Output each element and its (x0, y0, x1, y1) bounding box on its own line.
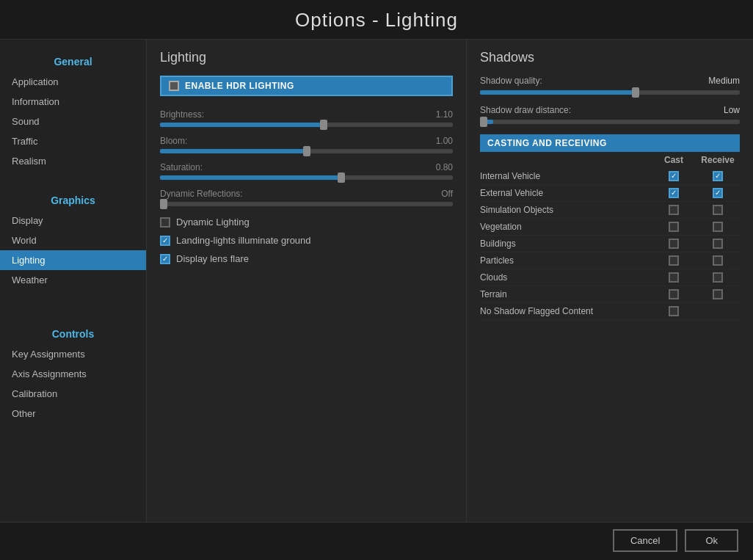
shadow-distance-label: Shadow draw distance: (480, 105, 571, 115)
shadow-row-clouds: Clouds (480, 269, 740, 286)
hdr-checkbox (169, 81, 179, 91)
reflections-slider[interactable] (160, 202, 453, 206)
ok-button[interactable]: Ok (685, 529, 738, 552)
external-vehicle-cast-checkbox[interactable]: ✓ (669, 188, 679, 198)
internal-vehicle-cast-checkbox[interactable]: ✓ (669, 171, 679, 181)
brightness-slider[interactable] (160, 123, 453, 127)
sidebar: General Application Information Sound Tr… (0, 40, 147, 522)
bloom-fill (160, 149, 307, 153)
lens-flare-row[interactable]: ✓ Display lens flare (160, 253, 453, 264)
shadow-quality-row: Shadow quality: Medium (480, 76, 740, 86)
shadow-quality-fill (480, 90, 636, 95)
sidebar-item-information[interactable]: Information (0, 92, 146, 112)
lighting-panel-title: Lighting (160, 50, 453, 65)
bloom-slider-row: Bloom: 1.00 (160, 136, 453, 153)
reflections-row: Dynamic Reflections: Off (160, 189, 453, 206)
terrain-cast-checkbox[interactable] (669, 289, 679, 299)
buildings-receive-cell[interactable] (696, 239, 740, 249)
internal-vehicle-receive-checkbox[interactable]: ✓ (713, 171, 723, 181)
lens-flare-checkbox[interactable]: ✓ (160, 254, 170, 264)
sidebar-item-application[interactable]: Application (0, 72, 146, 92)
simulation-objects-receive-checkbox[interactable] (713, 205, 723, 215)
terrain-cast-cell[interactable] (652, 289, 696, 299)
shadows-panel: Shadows Shadow quality: Medium Shadow dr… (467, 40, 753, 522)
simulation-objects-receive-cell[interactable] (696, 205, 740, 215)
buildings-cast-cell[interactable] (652, 239, 696, 249)
external-vehicle-receive-cell[interactable]: ✓ (696, 188, 740, 198)
shadow-row-particles: Particles (480, 252, 740, 269)
hdr-label: ENABLE HDR LIGHTING (185, 81, 294, 91)
enable-hdr-button[interactable]: ENABLE HDR LIGHTING (160, 76, 453, 96)
sidebar-item-other[interactable]: Other (0, 404, 146, 423)
external-vehicle-label: External Vehicle (480, 188, 652, 198)
bloom-label: Bloom: (160, 136, 187, 146)
brightness-label: Brightness: (160, 109, 204, 120)
check-icon: ✓ (671, 189, 677, 197)
brightness-fill (160, 123, 324, 127)
shadow-row-vegetation: Vegetation (480, 219, 740, 236)
saturation-slider[interactable] (160, 175, 453, 180)
internal-vehicle-receive-cell[interactable]: ✓ (696, 171, 740, 181)
sidebar-item-sound[interactable]: Sound (0, 112, 146, 131)
saturation-label: Saturation: (160, 162, 203, 172)
landing-lights-row[interactable]: ✓ Landing-lights illuminate ground (160, 235, 453, 246)
clouds-receive-cell[interactable] (696, 272, 740, 283)
vegetation-receive-cell[interactable] (696, 222, 740, 232)
shadow-distance-value: Low (724, 105, 740, 115)
dynamic-lighting-label: Dynamic Lighting (176, 217, 250, 228)
sidebar-item-world[interactable]: World (0, 230, 146, 250)
sidebar-item-realism[interactable]: Realism (0, 151, 146, 171)
terrain-receive-cell[interactable] (696, 289, 740, 299)
particles-receive-checkbox[interactable] (713, 255, 723, 266)
sidebar-item-axis-assignments[interactable]: Axis Assignments (0, 364, 146, 384)
buildings-label: Buildings (480, 239, 652, 249)
simulation-objects-cast-checkbox[interactable] (669, 205, 679, 215)
clouds-receive-checkbox[interactable] (713, 272, 723, 283)
particles-cast-checkbox[interactable] (669, 255, 679, 266)
no-shadow-flagged-cast-checkbox[interactable] (669, 306, 679, 316)
particles-receive-cell[interactable] (696, 255, 740, 266)
lens-flare-check-icon: ✓ (162, 255, 168, 263)
internal-vehicle-cast-cell[interactable]: ✓ (652, 171, 696, 181)
external-vehicle-cast-cell[interactable]: ✓ (652, 188, 696, 198)
dynamic-lighting-row[interactable]: Dynamic Lighting (160, 217, 453, 228)
check-icon: ✓ (715, 189, 721, 197)
landing-lights-label: Landing-lights illuminate ground (176, 235, 311, 246)
sidebar-item-traffic[interactable]: Traffic (0, 131, 146, 151)
shadow-row-internal-vehicle: Internal Vehicle ✓ ✓ (480, 168, 740, 185)
shadow-quality-slider[interactable] (480, 90, 740, 95)
buildings-cast-checkbox[interactable] (669, 239, 679, 249)
shadow-quality-label: Shadow quality: (480, 76, 542, 86)
landing-lights-checkbox[interactable]: ✓ (160, 236, 170, 246)
sidebar-item-calibration[interactable]: Calibration (0, 384, 146, 404)
cast-column-header: Cast (652, 155, 696, 165)
dynamic-lighting-checkbox[interactable] (160, 217, 170, 228)
vegetation-cast-cell[interactable] (652, 222, 696, 232)
sidebar-item-display[interactable]: Display (0, 211, 146, 230)
particles-cast-cell[interactable] (652, 255, 696, 266)
no-shadow-flagged-cast-cell[interactable] (652, 306, 696, 316)
sidebar-item-key-assignments[interactable]: Key Assignments (0, 344, 146, 364)
sidebar-item-weather[interactable]: Weather (0, 270, 146, 290)
sidebar-general-heading: General (0, 47, 146, 72)
simulation-objects-label: Simulation Objects (480, 205, 652, 215)
terrain-receive-checkbox[interactable] (713, 289, 723, 299)
cancel-button[interactable]: Cancel (613, 529, 677, 552)
sidebar-item-lighting[interactable]: Lighting (0, 250, 146, 270)
external-vehicle-receive-checkbox[interactable]: ✓ (713, 188, 723, 198)
buildings-receive-checkbox[interactable] (713, 239, 723, 249)
bloom-slider[interactable] (160, 149, 453, 153)
clouds-cast-checkbox[interactable] (669, 272, 679, 283)
clouds-cast-cell[interactable] (652, 272, 696, 283)
reflections-label: Dynamic Reflections: (160, 189, 243, 199)
check-icon: ✓ (715, 172, 721, 180)
shadow-distance-slider[interactable] (480, 120, 740, 124)
vegetation-receive-checkbox[interactable] (713, 222, 723, 232)
simulation-objects-cast-cell[interactable] (652, 205, 696, 215)
vegetation-cast-checkbox[interactable] (669, 222, 679, 232)
shadow-row-terrain: Terrain (480, 286, 740, 303)
particles-label: Particles (480, 255, 652, 266)
reflections-value: Off (441, 189, 453, 199)
check-icon: ✓ (671, 172, 677, 180)
bloom-value: 1.00 (436, 136, 453, 146)
